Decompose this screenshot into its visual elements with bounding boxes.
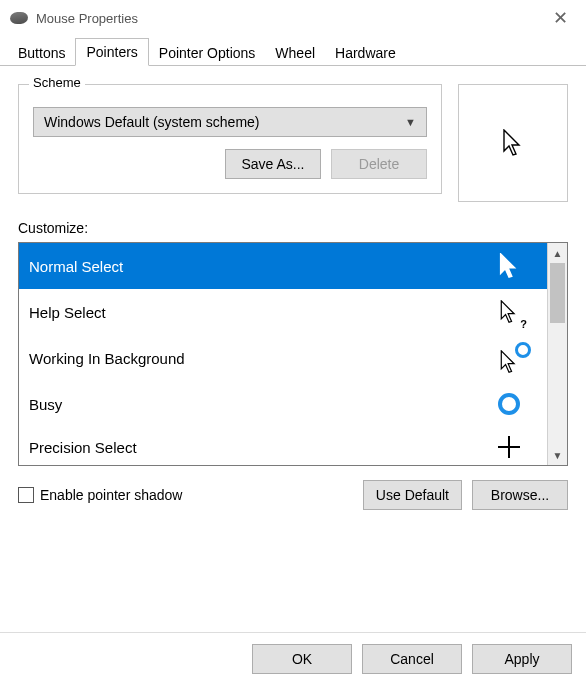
enable-shadow-label: Enable pointer shadow — [40, 487, 182, 503]
dialog-footer: OK Cancel Apply — [0, 632, 586, 684]
list-item-working-background[interactable]: Working In Background — [19, 335, 547, 381]
list-item-label: Help Select — [29, 304, 106, 321]
scroll-thumb[interactable] — [550, 263, 565, 323]
tab-hardware[interactable]: Hardware — [325, 40, 406, 66]
save-as-button[interactable]: Save As... — [225, 149, 321, 179]
scheme-group: Scheme Windows Default (system scheme) ▼… — [18, 84, 442, 194]
arrow-cursor-icon — [495, 252, 523, 280]
arrow-ring-cursor-icon — [495, 344, 523, 372]
close-button[interactable]: ✕ — [545, 3, 576, 33]
scroll-down-icon[interactable]: ▼ — [548, 445, 567, 465]
titlebar: Mouse Properties ✕ — [0, 0, 586, 36]
list-item-label: Working In Background — [29, 350, 185, 367]
window-title: Mouse Properties — [36, 11, 138, 26]
tab-strip: Buttons Pointers Pointer Options Wheel H… — [0, 36, 586, 66]
arrow-help-cursor-icon: ? — [495, 298, 523, 326]
enable-shadow-row[interactable]: Enable pointer shadow — [18, 487, 182, 503]
tab-buttons[interactable]: Buttons — [8, 40, 75, 66]
ok-button[interactable]: OK — [252, 644, 352, 674]
delete-button: Delete — [331, 149, 427, 179]
arrow-cursor-icon — [501, 129, 525, 157]
mouse-icon — [10, 11, 29, 24]
cursor-list: Normal Select Help Select ? Working In B… — [18, 242, 568, 466]
list-item-label: Busy — [29, 396, 62, 413]
tab-pointers[interactable]: Pointers — [75, 38, 148, 66]
browse-button[interactable]: Browse... — [472, 480, 568, 510]
cancel-button[interactable]: Cancel — [362, 644, 462, 674]
list-item-help-select[interactable]: Help Select ? — [19, 289, 547, 335]
scheme-legend: Scheme — [29, 75, 85, 90]
tab-wheel[interactable]: Wheel — [265, 40, 325, 66]
list-item-precision-select[interactable]: Precision Select — [19, 427, 547, 465]
scheme-selected-text: Windows Default (system scheme) — [44, 114, 260, 130]
list-item-label: Precision Select — [29, 439, 137, 456]
list-item-busy[interactable]: Busy — [19, 381, 547, 427]
cursor-preview — [458, 84, 568, 202]
scroll-track[interactable] — [548, 263, 567, 445]
use-default-button[interactable]: Use Default — [363, 480, 462, 510]
customize-label: Customize: — [18, 220, 568, 236]
tab-pointer-options[interactable]: Pointer Options — [149, 40, 266, 66]
apply-button[interactable]: Apply — [472, 644, 572, 674]
scrollbar[interactable]: ▲ ▼ — [547, 243, 567, 465]
list-item-normal-select[interactable]: Normal Select — [19, 243, 547, 289]
precision-cross-icon — [495, 433, 523, 461]
scroll-up-icon[interactable]: ▲ — [548, 243, 567, 263]
scheme-dropdown[interactable]: Windows Default (system scheme) ▼ — [33, 107, 427, 137]
tab-panel-pointers: Scheme Windows Default (system scheme) ▼… — [0, 66, 586, 520]
enable-shadow-checkbox[interactable] — [18, 487, 34, 503]
busy-ring-icon — [495, 390, 523, 418]
list-item-label: Normal Select — [29, 258, 123, 275]
chevron-down-icon: ▼ — [405, 116, 416, 128]
